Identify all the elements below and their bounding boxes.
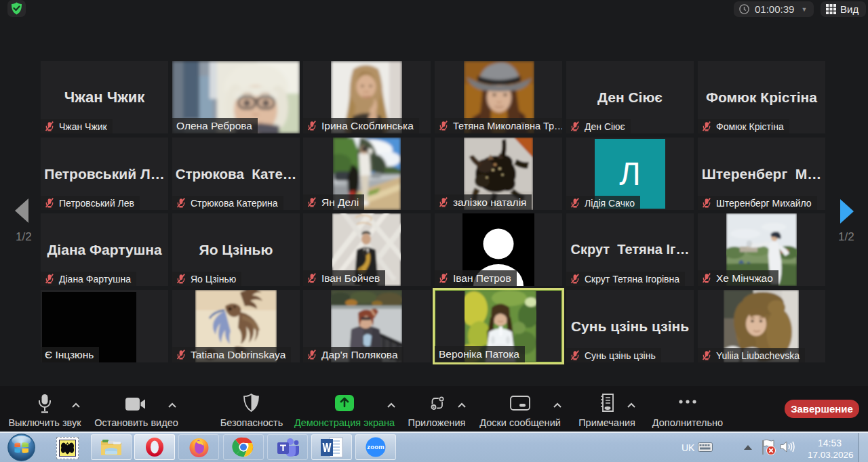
svg-text:zoom: zoom: [367, 443, 384, 450]
